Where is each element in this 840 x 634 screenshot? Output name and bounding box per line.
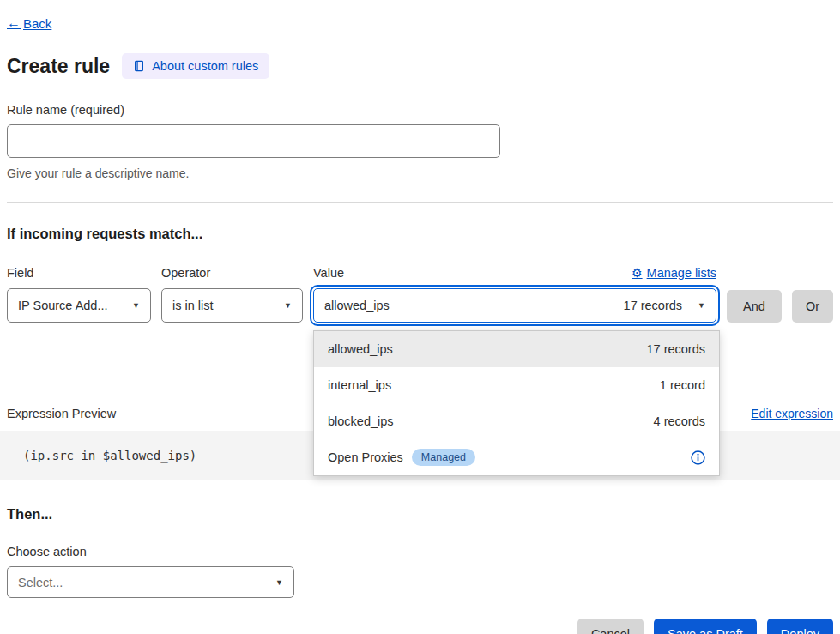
book-icon	[133, 60, 145, 72]
value-combobox-wrapper: allowed_ips 17 records ▼ allowed_ips 17 …	[313, 288, 716, 323]
value-select-value: allowed_ips	[324, 299, 390, 312]
field-select-value: IP Source Add...	[18, 299, 108, 312]
back-label: Back	[23, 16, 51, 31]
list-option-open-proxies[interactable]: Open Proxies Managed	[314, 439, 719, 475]
value-options-menu: allowed_ips 17 records internal_ips 1 re…	[313, 330, 720, 476]
chevron-down-icon: ▼	[275, 578, 283, 587]
field-select[interactable]: IP Source Add... ▼	[7, 288, 151, 323]
action-select-placeholder: Select...	[18, 576, 63, 589]
match-section-heading: If incoming requests match...	[7, 226, 833, 242]
footer-actions: Cancel Save as Draft Deploy	[7, 619, 833, 634]
expression-preview-label: Expression Preview	[7, 407, 116, 420]
match-builder: Field Operator Value ⚙ Manage lists IP S…	[7, 266, 833, 323]
back-arrow-icon: ←	[7, 15, 21, 31]
list-option-records: 17 records	[646, 342, 705, 356]
choose-action-label: Choose action	[7, 545, 833, 559]
value-select-records: 17 records	[624, 299, 683, 312]
rule-name-input[interactable]	[7, 124, 500, 158]
edit-expression-link[interactable]: Edit expression	[751, 407, 833, 420]
about-badge-label: About custom rules	[152, 59, 258, 73]
and-button[interactable]: And	[727, 290, 782, 323]
field-column-label: Field	[7, 266, 151, 288]
chevron-down-icon: ▼	[284, 301, 292, 310]
list-option-blocked-ips[interactable]: blocked_ips 4 records	[314, 403, 719, 439]
operator-column-label: Operator	[161, 266, 303, 288]
page-title: Create rule	[7, 55, 110, 78]
or-button[interactable]: Or	[792, 290, 833, 323]
list-option-name: internal_ips	[328, 378, 391, 392]
rule-name-label: Rule name (required)	[7, 103, 833, 117]
create-rule-page: ← Back Create rule About custom rules Ru…	[0, 0, 840, 634]
back-link[interactable]: ← Back	[7, 15, 51, 31]
manage-lists-link[interactable]: ⚙ Manage lists	[632, 266, 716, 280]
list-option-allowed-ips[interactable]: allowed_ips 17 records	[314, 331, 719, 367]
chevron-down-icon: ▼	[132, 301, 140, 310]
value-select[interactable]: allowed_ips 17 records ▼	[313, 288, 716, 323]
managed-badge: Managed	[412, 449, 475, 466]
about-custom-rules-link[interactable]: About custom rules	[122, 53, 269, 79]
rule-name-help-text: Give your rule a descriptive name.	[7, 166, 833, 180]
list-option-records: 1 record	[660, 378, 705, 392]
value-column-label: Value	[313, 266, 344, 280]
title-row: Create rule About custom rules	[7, 53, 833, 79]
deploy-button[interactable]: Deploy	[767, 619, 833, 634]
list-option-name: Open Proxies	[328, 450, 403, 464]
operator-select-value: is in list	[172, 299, 214, 312]
list-option-name: allowed_ips	[328, 342, 393, 356]
save-as-draft-button[interactable]: Save as Draft	[654, 619, 757, 634]
info-icon[interactable]	[691, 450, 705, 465]
list-option-name: blocked_ips	[328, 414, 394, 428]
chevron-down-icon: ▼	[698, 301, 705, 310]
section-divider	[7, 202, 833, 203]
value-column-header: Value ⚙ Manage lists	[313, 266, 716, 288]
list-option-records: 4 records	[654, 414, 705, 428]
then-section-heading: Then...	[7, 506, 833, 522]
gear-icon: ⚙	[632, 266, 643, 280]
list-option-internal-ips[interactable]: internal_ips 1 record	[314, 367, 719, 403]
action-select[interactable]: Select... ▼	[7, 566, 294, 598]
cancel-button[interactable]: Cancel	[577, 619, 644, 634]
operator-select[interactable]: is in list ▼	[161, 288, 303, 323]
manage-lists-label: Manage lists	[647, 266, 716, 280]
